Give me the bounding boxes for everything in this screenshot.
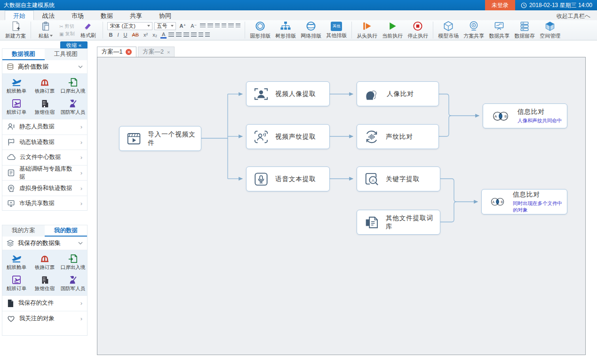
menu-tab-market[interactable]: 市场 xyxy=(63,10,92,20)
tree-layout-button[interactable]: 树形排版 xyxy=(273,21,298,40)
other-layout-button[interactable]: 其他 其他排版 xyxy=(324,21,349,40)
my-saved-files[interactable]: 我保存的文件 › xyxy=(2,295,87,311)
network-layout-button[interactable]: 网络排版 xyxy=(298,21,324,40)
tab-my-plans[interactable]: 我的方案 xyxy=(2,225,45,237)
menu-tab-tactics[interactable]: 战法 xyxy=(34,10,63,20)
sidebar-collapse-button[interactable]: 收缩 « xyxy=(60,41,88,49)
model-market-button[interactable]: 模型市场 xyxy=(436,21,461,40)
font-size-select[interactable]: 五号 xyxy=(154,22,176,30)
category-survey-library[interactable]: 基础调研与专题库数据 › xyxy=(2,165,87,181)
plan-tab-1[interactable]: 方案—1 ✕ xyxy=(97,47,136,57)
node-keyword-extract[interactable]: A 关键字提取 xyxy=(357,166,440,191)
high-value-data-header[interactable]: 高价值数据 xyxy=(2,60,87,74)
plan-tab-2[interactable]: 方案—2 × xyxy=(138,47,175,57)
tab-my-data[interactable]: 我的数据 xyxy=(45,225,87,237)
dataset-hotel-stay[interactable]: 旅馆住宿 xyxy=(31,96,59,118)
dataset-hotel-stay[interactable]: 旅馆住宿 xyxy=(31,273,59,294)
align-center-icon[interactable] xyxy=(176,32,182,37)
font-color-button[interactable]: A xyxy=(160,32,167,39)
bold-button[interactable]: B xyxy=(107,32,114,38)
chevron-right-icon: › xyxy=(80,169,82,176)
font-name-select[interactable]: 宋体 (正文) xyxy=(107,22,152,30)
tab-data-view[interactable]: 数据视图 xyxy=(2,49,45,60)
category-virtual-identity[interactable]: 虚拟身份和轨迹数据 › xyxy=(2,180,87,196)
superscript-button[interactable]: x² xyxy=(142,32,149,38)
table-icon[interactable] xyxy=(236,24,240,28)
run-from-start-button[interactable]: 从头执行 xyxy=(354,21,380,40)
view-tab-bar: 数据视图 工具视图 xyxy=(2,49,87,60)
grow-font-button[interactable]: A⁺ xyxy=(178,23,187,29)
dataset-railway-ticket[interactable]: 铁路订票 xyxy=(31,252,59,273)
menu-tab-start[interactable]: 开始 xyxy=(5,10,34,20)
strikethrough-button[interactable]: AB xyxy=(130,32,140,38)
node-portrait-compare[interactable]: 人像比对 xyxy=(357,81,439,106)
justify-icon[interactable] xyxy=(191,32,197,37)
flow-canvas[interactable]: 导入一个视频文件 视频人像提取 视频声纹提取 语音文本提取 xyxy=(97,57,586,355)
close-tab-icon[interactable]: × xyxy=(167,49,170,55)
collapse-toolbar-button[interactable]: 收起工具栏へ xyxy=(557,12,590,20)
node-voiceprint-compare[interactable]: 声纹比对 xyxy=(357,124,439,149)
run-current-button[interactable]: 当前执行 xyxy=(380,21,405,40)
dataset-military-personnel[interactable]: 国防军人员 xyxy=(59,273,87,294)
dataset-flight-order[interactable]: 航班订单 xyxy=(2,96,31,118)
subscript-button[interactable]: x₂ xyxy=(151,32,159,38)
node-other-files-lexicon[interactable]: 其他文件提取词库 xyxy=(357,210,440,235)
data-share-button[interactable]: 数据共享 xyxy=(486,21,512,40)
category-cloud-files[interactable]: 云文件中心数据 › xyxy=(2,150,87,165)
shading-icon[interactable] xyxy=(205,32,210,37)
bullet-list-icon[interactable] xyxy=(200,24,206,28)
node-info-compare-1[interactable]: A B 信息比对 人像和声纹共同命中 xyxy=(483,103,567,128)
stop-button[interactable]: 停止执行 xyxy=(405,21,430,40)
category-static-person[interactable]: 静态人员数据 › xyxy=(2,119,87,135)
italic-button[interactable]: I xyxy=(116,32,120,38)
dataset-flight-manifest[interactable]: 航班舱单 xyxy=(2,75,31,96)
stop-label: 停止执行 xyxy=(407,32,428,40)
dataset-label: 国防军人员 xyxy=(61,109,86,116)
node-info-compare-2[interactable]: A B 信息比对 同时出现在多个文件中的对象 xyxy=(481,189,567,214)
close-tab-icon[interactable]: ✕ xyxy=(126,49,132,55)
dataset-label: 铁路订票 xyxy=(35,264,55,271)
node-speech-text-extract[interactable]: 语音文本提取 xyxy=(246,166,330,191)
circle-layout-button[interactable]: 圆形排版 xyxy=(247,21,273,40)
line-spacing-icon[interactable] xyxy=(199,32,203,37)
indent-icon[interactable] xyxy=(222,24,226,28)
sort-icon[interactable] xyxy=(228,24,234,28)
my-followed-objects[interactable]: 我关注的对象 › xyxy=(2,311,87,326)
login-status-badge[interactable]: 未登录 xyxy=(485,0,515,10)
dataset-label: 旅馆住宿 xyxy=(35,285,55,292)
cut-button[interactable]: ✂ 剪切 xyxy=(59,23,74,30)
menu-tab-share[interactable]: 共享 xyxy=(121,10,151,20)
align-right-icon[interactable] xyxy=(183,32,189,37)
align-left-icon[interactable] xyxy=(168,32,174,37)
dataset-border-entry[interactable]: 口岸出入境 xyxy=(59,252,87,273)
shrink-font-button[interactable]: A⁻ xyxy=(189,23,198,29)
stop-icon xyxy=(412,21,423,32)
outdent-icon[interactable] xyxy=(215,24,220,28)
saved-datasets-header[interactable]: 我保存的数据集 xyxy=(2,237,87,250)
dataset-military-personnel[interactable]: 国防军人员 xyxy=(59,96,87,118)
space-management-button[interactable]: 空间管理 xyxy=(537,21,563,40)
new-plan-button[interactable]: 新建方案 xyxy=(3,21,28,40)
underline-button[interactable]: U xyxy=(122,32,128,38)
tab-tool-view[interactable]: 工具视图 xyxy=(45,49,87,60)
dataset-border-entry[interactable]: 口岸出入境 xyxy=(59,75,87,96)
menu-tab-collab[interactable]: 协同 xyxy=(151,10,180,20)
plan-share-button[interactable]: 方案共享 xyxy=(461,21,486,40)
category-market-shared[interactable]: 市场共享数据 › xyxy=(2,196,87,211)
category-label: 市场共享数据 xyxy=(19,199,76,207)
numbered-list-icon[interactable] xyxy=(207,24,213,28)
dataset-flight-order[interactable]: 航班订单 xyxy=(2,273,31,294)
category-label: 动态轨迹数据 xyxy=(19,138,76,146)
dataset-label: 航班订单 xyxy=(7,109,26,116)
copy-button[interactable]: ▣ 复制 xyxy=(59,31,74,37)
node-video-voiceprint-extract[interactable]: 视频声纹提取 xyxy=(246,124,330,149)
node-import-video[interactable]: 导入一个视频文件 xyxy=(119,126,201,151)
data-retention-button[interactable]: 数据留存 xyxy=(512,21,537,40)
node-video-portrait-extract[interactable]: 视频人像提取 xyxy=(246,81,330,106)
dataset-railway-ticket[interactable]: 铁路订票 xyxy=(31,75,59,96)
category-dynamic-track[interactable]: 动态轨迹数据 › xyxy=(2,135,87,150)
format-painter-button[interactable]: 格式刷 xyxy=(76,21,100,40)
dataset-flight-manifest[interactable]: 航班舱单 xyxy=(2,252,31,273)
menu-tab-data[interactable]: 数据 xyxy=(92,10,121,20)
paste-button[interactable]: 粘贴 xyxy=(33,21,58,40)
